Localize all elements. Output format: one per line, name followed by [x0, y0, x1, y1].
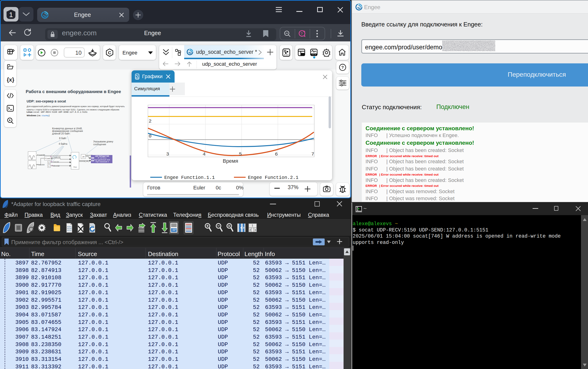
- svg-text:?: ?: [341, 65, 344, 70]
- svg-text:fcn: fcn: [73, 166, 77, 168]
- svg-text:20: 20: [82, 156, 85, 158]
- svg-text:3: 3: [255, 229, 256, 232]
- svg-text:7: 7: [311, 152, 314, 157]
- svg-text:длиной 20 байт:: длиной 20 байт:: [52, 132, 70, 135]
- svg-text:4 байта: 4 байта: [59, 143, 67, 145]
- svg-text:Порт локальный: 0: Порт локальный: 0: [96, 161, 109, 163]
- svg-text:Float32: Float32: [53, 156, 60, 158]
- svg-text:2: 2: [149, 119, 152, 124]
- svg-text:2: 2: [249, 229, 251, 232]
- svg-text:Engee Function.1.1: Engee Function.1.1: [164, 175, 215, 180]
- svg-text:Время: Время: [223, 158, 238, 164]
- svg-text:0101: 0101: [90, 224, 94, 226]
- svg-text:1: 1: [252, 224, 253, 227]
- svg-text:сообщения: сообщения: [93, 143, 106, 146]
- svg-text:4: 4: [48, 165, 49, 167]
- svg-text:UInt8(20): UInt8(20): [79, 160, 89, 162]
- svg-text:0101: 0101: [67, 226, 71, 228]
- svg-text:IP: 127.0.0.1: IP: 127.0.0.1: [98, 157, 107, 159]
- svg-text:?: ?: [300, 32, 303, 36]
- svg-text:8 байт: 8 байт: [59, 137, 66, 140]
- svg-text:3: 3: [48, 162, 49, 164]
- svg-text:3: 3: [166, 152, 169, 157]
- svg-text:Float64: Float64: [37, 154, 45, 156]
- svg-text:5: 5: [239, 152, 242, 157]
- svg-text:4: 4: [203, 152, 206, 157]
- svg-text:Engee Function.2.1: Engee Function.2.1: [248, 175, 299, 180]
- svg-text:0: 0: [149, 133, 152, 139]
- svg-text:0110: 0110: [67, 228, 71, 230]
- svg-text:6: 6: [275, 152, 278, 157]
- svg-text:Порт удалённый: 5150: Порт удалённый: 5150: [94, 159, 110, 161]
- svg-text:Указываем длину: Указываем длину: [93, 140, 113, 143]
- svg-text:0111: 0111: [67, 230, 71, 232]
- svg-text:Int32: Int32: [53, 161, 59, 163]
- svg-text:UDP ПЕРЕДАТЧИК: UDP ПЕРЕДАТЧИК: [95, 155, 109, 157]
- svg-text:C: C: [108, 50, 111, 55]
